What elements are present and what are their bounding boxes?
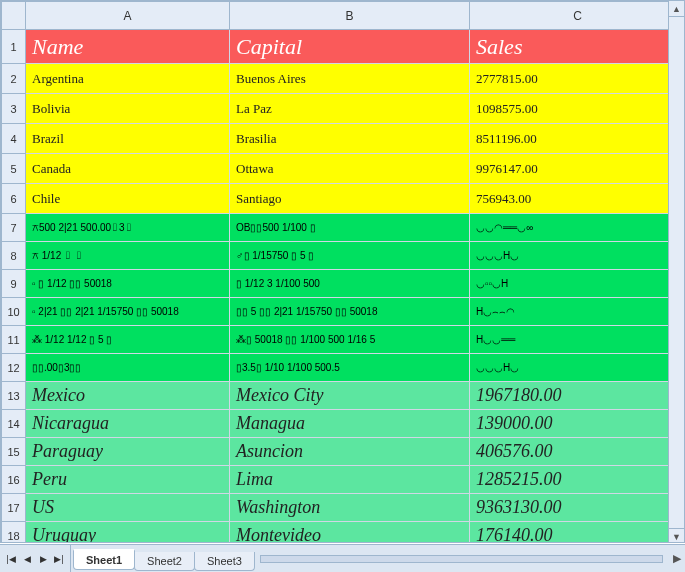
cell[interactable]: ▯▯.00▯3▯▯ <box>26 354 230 382</box>
tab-nav-last[interactable]: ▶| <box>52 551 66 567</box>
cell[interactable]: Peru <box>26 466 230 494</box>
cell[interactable]: Capital <box>230 30 470 64</box>
cell[interactable]: US <box>26 494 230 522</box>
cell[interactable]: ▯3.5▯ 1/10 1/100 500.5 <box>230 354 470 382</box>
cell[interactable]: Canada <box>26 154 230 184</box>
row-header[interactable]: 6 <box>2 184 26 214</box>
cell[interactable]: 1285215.00 <box>470 466 686 494</box>
tab-sheet2[interactable]: Sheet2 <box>134 552 195 571</box>
cell[interactable]: Washington <box>230 494 470 522</box>
tab-nav-next[interactable]: ▶ <box>36 551 50 567</box>
row-header[interactable]: 10 <box>2 298 26 326</box>
sheet-tab-bar: |◀ ◀ ▶ ▶| Sheet1Sheet2Sheet3 ▶ <box>0 544 685 572</box>
cell[interactable]: Ottawa <box>230 154 470 184</box>
row-header[interactable]: 7 <box>2 214 26 242</box>
cell[interactable]: 8511196.00 <box>470 124 686 154</box>
row-header[interactable]: 5 <box>2 154 26 184</box>
cell[interactable]: Lima <box>230 466 470 494</box>
cell[interactable]: 756943.00 <box>470 184 686 214</box>
cell[interactable]: ⁂ 1/12 1/12 ▯ 5 ▯ <box>26 326 230 354</box>
row-header[interactable]: 17 <box>2 494 26 522</box>
cell[interactable]: Chile <box>26 184 230 214</box>
tab-sheet3[interactable]: Sheet3 <box>194 552 255 571</box>
cell[interactable]: ⁂▯ 50018 ▯▯ 1/100 500 1/16 5 <box>230 326 470 354</box>
cell[interactable]: ▫ ▯ 1/12 ▯▯ 50018 <box>26 270 230 298</box>
tab-nav-first[interactable]: |◀ <box>4 551 18 567</box>
scroll-up-icon[interactable]: ▲ <box>669 1 684 17</box>
select-all-corner[interactable] <box>2 2 26 30</box>
row-header[interactable]: 1 <box>2 30 26 64</box>
cell[interactable]: ⚻500 2|21 500.00▯3▯ <box>26 214 230 242</box>
row-header[interactable]: 14 <box>2 410 26 438</box>
col-header-c[interactable]: C <box>470 2 686 30</box>
tab-nav-prev[interactable]: ◀ <box>20 551 34 567</box>
cell[interactable]: Uruguay <box>26 522 230 544</box>
cell[interactable]: 9976147.00 <box>470 154 686 184</box>
cell[interactable]: Mexico <box>26 382 230 410</box>
cell[interactable]: Mexico City <box>230 382 470 410</box>
row-header[interactable]: 2 <box>2 64 26 94</box>
cell[interactable]: ◡▫▫◡H <box>470 270 686 298</box>
cell[interactable]: 2777815.00 <box>470 64 686 94</box>
cell[interactable]: Paraguay <box>26 438 230 466</box>
cell[interactable]: 1967180.00 <box>470 382 686 410</box>
cell[interactable]: Brazil <box>26 124 230 154</box>
grid-table: A B C 1NameCapitalSales2ArgentinaBuenos … <box>1 1 685 543</box>
row-header[interactable]: 16 <box>2 466 26 494</box>
cell[interactable]: 139000.00 <box>470 410 686 438</box>
row-header[interactable]: 18 <box>2 522 26 544</box>
cell[interactable]: 1098575.00 <box>470 94 686 124</box>
cell[interactable]: Bolivia <box>26 94 230 124</box>
cell[interactable]: La Paz <box>230 94 470 124</box>
cell[interactable]: 176140.00 <box>470 522 686 544</box>
cell[interactable]: ◡◡◡H◡ <box>470 242 686 270</box>
row-header[interactable]: 11 <box>2 326 26 354</box>
col-header-b[interactable]: B <box>230 2 470 30</box>
cell[interactable]: Montevideo <box>230 522 470 544</box>
row-header[interactable]: 12 <box>2 354 26 382</box>
cell[interactable]: Name <box>26 30 230 64</box>
sheet-tabs: Sheet1Sheet2Sheet3 <box>71 545 254 572</box>
cell[interactable]: Argentina <box>26 64 230 94</box>
cell[interactable]: Brasilia <box>230 124 470 154</box>
row-header[interactable]: 9 <box>2 270 26 298</box>
tab-nav-buttons: |◀ ◀ ▶ ▶| <box>0 545 71 572</box>
cell[interactable]: Sales <box>470 30 686 64</box>
row-header[interactable]: 3 <box>2 94 26 124</box>
cell[interactable]: Buenos Aires <box>230 64 470 94</box>
cell[interactable]: ◡◡◡H◡ <box>470 354 686 382</box>
cell[interactable]: ♂▯ 1/15750 ▯ 5 ▯ <box>230 242 470 270</box>
cell[interactable]: ▯ 1/12 3 1/100 500 <box>230 270 470 298</box>
cell[interactable]: Managua <box>230 410 470 438</box>
horizontal-scrollbar[interactable] <box>260 555 663 563</box>
cell[interactable]: ◡◡◠══◡∞ <box>470 214 686 242</box>
vertical-scrollbar[interactable]: ▲ ▼ <box>668 1 684 543</box>
row-header[interactable]: 15 <box>2 438 26 466</box>
cell[interactable]: OB▯▯500 1/100 ▯ <box>230 214 470 242</box>
cell[interactable]: ▫ 2|21 ▯▯ 2|21 1/15750 ▯▯ 50018 <box>26 298 230 326</box>
scroll-right-icon[interactable]: ▶ <box>669 552 685 565</box>
spreadsheet-grid[interactable]: A B C 1NameCapitalSales2ArgentinaBuenos … <box>0 0 685 543</box>
cell[interactable]: H◡⌢⌢◠ <box>470 298 686 326</box>
row-header[interactable]: 4 <box>2 124 26 154</box>
cell[interactable]: ▯▯ 5 ▯▯ 2|21 1/15750 ▯▯ 50018 <box>230 298 470 326</box>
cell[interactable]: ⚻ 1/12 ▯ ▯ <box>26 242 230 270</box>
cell[interactable]: 9363130.00 <box>470 494 686 522</box>
cell[interactable]: 406576.00 <box>470 438 686 466</box>
row-header[interactable]: 13 <box>2 382 26 410</box>
cell[interactable]: H◡◡══ <box>470 326 686 354</box>
col-header-a[interactable]: A <box>26 2 230 30</box>
cell[interactable]: Asuncion <box>230 438 470 466</box>
tab-sheet1[interactable]: Sheet1 <box>73 549 135 570</box>
scroll-down-icon[interactable]: ▼ <box>669 528 684 543</box>
row-header[interactable]: 8 <box>2 242 26 270</box>
cell[interactable]: Santiago <box>230 184 470 214</box>
cell[interactable]: Nicaragua <box>26 410 230 438</box>
